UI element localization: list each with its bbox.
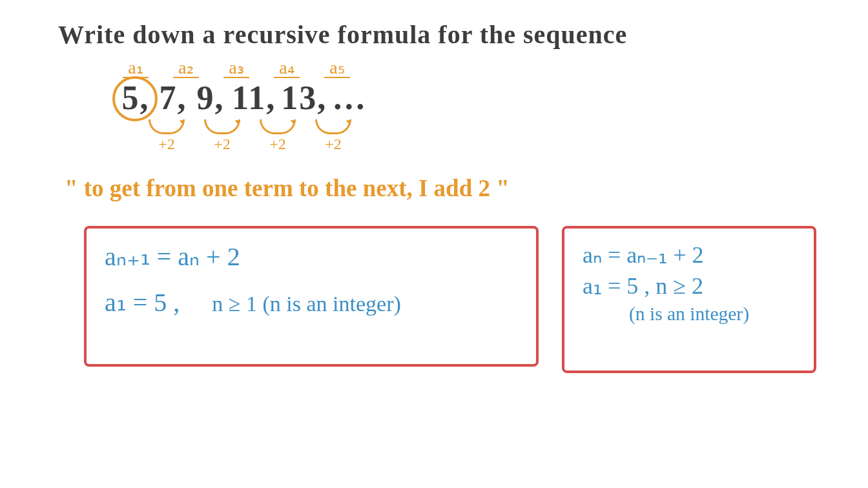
formula-box-1: aₙ₊₁ = aₙ + 2 a₁ = 5 , n ≥ 1 (n is an in… [84,226,539,367]
term-2: 7, [157,79,189,117]
label-a1: a₁ [123,57,149,78]
formula-box-2: aₙ = aₙ₋₁ + 2 a₁ = 5 , n ≥ 2 (n is an in… [562,226,816,373]
label-a4: a₄ [274,57,300,78]
formula-1-line2: a₁ = 5 , n ≥ 1 (n is an integer) [105,287,518,318]
formula-2-line3: (n is an integer) [583,303,796,325]
formula-2-line2: a₁ = 5 , n ≥ 2 [583,272,796,300]
term-dots: … [332,79,367,117]
formula-2-line1: aₙ = aₙ₋₁ + 2 [583,241,796,269]
formula-1-line1: aₙ₊₁ = aₙ + 2 [105,241,518,272]
term-1: 5, [119,79,152,117]
term-labels: a₁ a₂ a₃ a₄ a₅ [123,57,350,78]
term-4: 11, [232,79,276,117]
arrow-4: +2 [315,119,351,153]
arc-icon [315,119,351,134]
rule-description: " to get from one term to the next, I ad… [65,174,510,202]
term-3: 9, [194,79,227,117]
arrow-1: +2 [149,119,185,153]
domain-condition: n ≥ 1 (n is an integer) [212,292,400,316]
label-a3: a₃ [223,57,249,78]
label-a5: a₅ [324,57,350,78]
increment-arrows: +2 +2 +2 +2 [149,119,351,153]
term-5: 13, [281,79,327,117]
initial-condition: a₁ = 5 , [105,288,180,317]
increment-1: +2 [158,136,175,153]
increment-2: +2 [214,136,231,153]
arc-icon [149,119,185,134]
arc-icon [204,119,240,134]
increment-4: +2 [325,136,342,153]
problem-title: Write down a recursive formula for the s… [58,19,627,50]
arc-icon [260,119,296,134]
arrow-2: +2 [204,119,240,153]
label-a2: a₂ [173,57,199,78]
increment-3: +2 [269,136,286,153]
sequence-values: 5, 7, 9, 11, 13, … [119,79,367,117]
arrow-3: +2 [260,119,296,153]
